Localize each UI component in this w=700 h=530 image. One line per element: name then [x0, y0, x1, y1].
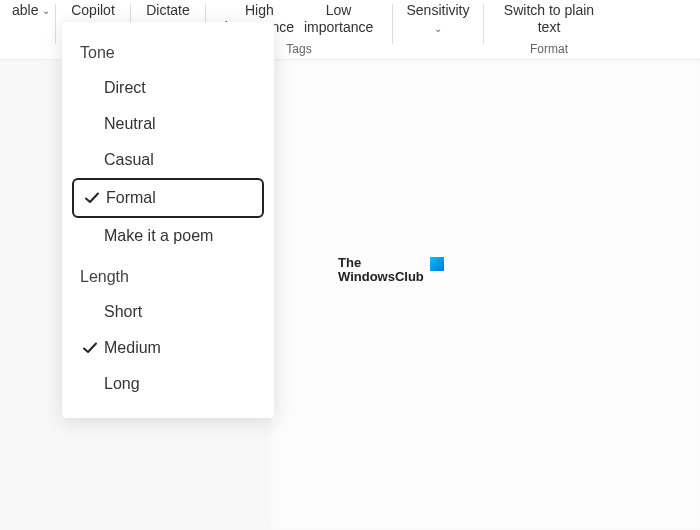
ribbon-label-sensitivity: Sensitivity [402, 0, 473, 21]
ribbon-item-sensitivity[interactable]: Sensitivity ⌄ [393, 0, 483, 60]
menu-item-label: Casual [100, 151, 154, 169]
menu-item-casual[interactable]: Casual [62, 142, 274, 178]
chevron-down-icon: ⌄ [42, 5, 50, 17]
windows-logo-icon [430, 257, 444, 271]
menu-item-label: Formal [102, 189, 156, 207]
ribbon-group-format: Switch to plain text Format [484, 0, 614, 60]
watermark-text: The WindowsClub [338, 256, 424, 285]
ribbon-item-low-importance[interactable]: Low importance [300, 0, 377, 38]
menu-item-label: Long [100, 375, 140, 393]
menu-item-label: Make it a poem [100, 227, 213, 245]
check-icon [82, 190, 102, 206]
content-background-blur [272, 62, 700, 530]
ribbon-group-label-format: Format [484, 42, 614, 56]
ribbon-label-table: able [12, 2, 38, 19]
chevron-down-icon: ⌄ [434, 23, 442, 34]
copilot-tone-length-menu: Tone Direct Neutral Casual Formal Make i… [62, 22, 274, 418]
watermark: The WindowsClub [338, 256, 444, 285]
menu-item-label: Medium [100, 339, 161, 357]
ribbon-item-table[interactable]: able ⌄ [0, 0, 55, 60]
check-icon [80, 340, 100, 356]
menu-item-neutral[interactable]: Neutral [62, 106, 274, 142]
ribbon-label-copilot: Copilot [67, 0, 119, 21]
menu-item-label: Short [100, 303, 142, 321]
watermark-line1: The [338, 255, 361, 270]
menu-item-formal[interactable]: Formal [72, 178, 264, 218]
menu-item-direct[interactable]: Direct [62, 70, 274, 106]
ribbon-item-switch-plain[interactable]: Switch to plain text [500, 0, 598, 38]
menu-item-label: Neutral [100, 115, 156, 133]
menu-section-tone: Tone [62, 36, 274, 70]
menu-item-medium[interactable]: Medium [62, 330, 274, 366]
menu-item-long[interactable]: Long [62, 366, 274, 402]
menu-item-label: Direct [100, 79, 146, 97]
menu-item-short[interactable]: Short [62, 294, 274, 330]
ribbon-label-dictate: Dictate [142, 0, 194, 21]
menu-section-length: Length [62, 260, 274, 294]
watermark-line2: WindowsClub [338, 269, 424, 284]
menu-item-poem[interactable]: Make it a poem [62, 218, 274, 254]
